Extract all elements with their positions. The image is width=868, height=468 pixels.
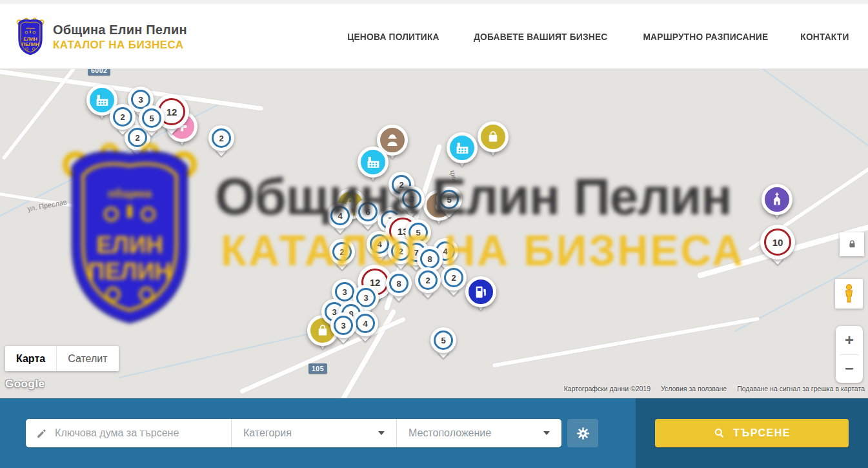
map-road: [492, 317, 760, 368]
cluster-marker[interactable]: 5: [430, 327, 456, 353]
cluster-bubble: 5: [436, 187, 462, 212]
svg-text:ЕЛИН: ЕЛИН: [23, 36, 37, 42]
factory-icon: [358, 147, 389, 178]
cluster-count: 4: [370, 234, 389, 254]
cluster-bubble: 4: [327, 203, 353, 229]
cluster-bubble: 2: [329, 239, 355, 265]
cluster-count: 4: [330, 206, 350, 225]
search-button[interactable]: ТЪРСЕНЕ: [655, 419, 849, 447]
cluster-marker[interactable]: 3: [330, 312, 356, 338]
search-bar-right-panel: ТЪРСЕНЕ: [636, 398, 868, 468]
svg-text:ЕЛИН: ЕЛИН: [96, 232, 163, 258]
factory-pin[interactable]: [447, 132, 478, 163]
cluster-marker[interactable]: 6: [355, 199, 381, 225]
pegman-icon: [840, 283, 858, 304]
cluster-count: 2: [332, 242, 352, 261]
location-select[interactable]: Местоположение: [396, 419, 561, 447]
factory-icon: [447, 132, 478, 163]
cluster-marker[interactable]: 4: [327, 203, 353, 229]
chevron-down-icon: [543, 431, 550, 435]
zoom-out-button[interactable]: −: [836, 355, 863, 383]
fuel-icon: [465, 276, 496, 307]
header: община ЕЛИН ПЕЛИН Община Елин Пелин КАТА…: [0, 0, 868, 69]
watermark-title: Община Елин Пелин: [215, 167, 732, 227]
cluster-count: 8: [389, 274, 409, 293]
svg-text:ПЕЛИН: ПЕЛИН: [22, 41, 39, 47]
cluster-count: 10: [764, 229, 791, 256]
cluster-count: 2: [113, 107, 132, 127]
cluster-marker[interactable]: 2: [208, 125, 234, 151]
cluster-count: 5: [439, 190, 459, 209]
svg-text:ПЕЛИН: ПЕЛИН: [88, 258, 172, 285]
keyword-search-input[interactable]: [55, 427, 223, 439]
advanced-search-button[interactable]: [567, 419, 598, 447]
cluster-count: 2: [444, 268, 463, 287]
cluster-bubble: 8: [386, 270, 412, 296]
cluster-count: 5: [142, 108, 161, 128]
cluster-marker[interactable]: 5: [436, 187, 462, 212]
google-logo[interactable]: Google: [5, 378, 45, 391]
cluster-count: 3: [334, 316, 353, 335]
search-button-label: ТЪРСЕНЕ: [733, 427, 791, 439]
map-stream-line: [119, 329, 327, 378]
map-type-map-button[interactable]: Карта: [5, 346, 56, 371]
svg-text:община: община: [108, 187, 152, 200]
attribution-report-link[interactable]: Подаване на сигнал за грешка в картата: [737, 385, 865, 392]
cluster-marker[interactable]: 8: [386, 270, 412, 296]
fuel-pin[interactable]: [465, 276, 496, 307]
factory-pin[interactable]: [358, 147, 389, 178]
chevron-down-icon: [378, 431, 385, 435]
cluster-marker[interactable]: 2: [441, 265, 467, 290]
street-view-pegman-button[interactable]: [835, 279, 863, 309]
scroll-lock-button[interactable]: [840, 232, 864, 256]
cluster-marker[interactable]: 5: [139, 105, 165, 131]
main-nav: ЦЕНОВА ПОЛИТИКА ДОБАВЕТЕ ВАШИЯТ БИЗНЕС М…: [343, 4, 851, 68]
cluster-count: 2: [418, 270, 438, 290]
map-stream-line: [722, 69, 868, 191]
map-attribution: Картографски данни ©2019 Условия за полз…: [564, 385, 865, 392]
map-type-satellite-button[interactable]: Сателит: [56, 346, 118, 371]
cluster-bubble: 2: [110, 104, 136, 130]
cluster-marker[interactable]: 2: [415, 267, 441, 293]
cluster-bubble: 6: [355, 199, 381, 225]
pencil-icon: [36, 427, 47, 440]
keyword-field-wrap: [26, 419, 231, 447]
cluster-bubble: 2: [388, 238, 414, 264]
nav-pricing-policy[interactable]: ЦЕНОВА ПОЛИТИКА: [347, 31, 439, 42]
cluster-marker[interactable]: 4: [352, 310, 378, 336]
nav-add-your-business[interactable]: ДОБАВЕТЕ ВАШИЯТ БИЗНЕС: [474, 31, 607, 42]
lock-icon: [847, 239, 858, 250]
cluster-bubble: 2: [441, 265, 467, 290]
search-input-group: Категория Местоположение: [26, 419, 561, 447]
cluster-bubble: 2: [415, 267, 441, 293]
cluster-marker[interactable]: 2: [110, 104, 136, 130]
map-type-control: Карта Сателит: [5, 346, 119, 371]
cluster-marker[interactable]: 2: [329, 239, 355, 265]
location-select-label: Местоположение: [409, 427, 491, 439]
municipality-crest-icon: община ЕЛИН ПЕЛИН: [14, 17, 46, 57]
search-bar: Категория Местоположение ТЪРСЕНЕ: [0, 398, 868, 468]
attribution-terms-link[interactable]: Условия за ползване: [661, 385, 727, 392]
cluster-bubble: 10: [760, 225, 795, 259]
bag-pin[interactable]: [478, 121, 509, 152]
brand-logo-link[interactable]: община ЕЛИН ПЕЛИН Община Елин Пелин КАТА…: [14, 17, 187, 57]
church-pin[interactable]: [762, 184, 792, 215]
nav-contacts[interactable]: КОНТАКТИ: [800, 31, 849, 42]
cluster-count: 2: [391, 241, 410, 261]
nav-route-schedule[interactable]: МАРШРУТНО РАЗПИСАНИЕ: [643, 31, 769, 42]
cluster-count: 2: [212, 128, 231, 148]
cluster-bubble: 3: [330, 312, 356, 338]
cluster-bubble: 4: [352, 310, 378, 336]
zoom-in-button[interactable]: +: [836, 326, 863, 354]
cluster-marker[interactable]: 2: [388, 238, 414, 264]
google-map[interactable]: 6002 105 ул. Преслав бул. „Новоселци“ ци…: [0, 69, 868, 398]
category-select[interactable]: Категория: [231, 419, 396, 447]
cluster-marker[interactable]: 10: [760, 225, 795, 259]
cluster-bubble: 2: [208, 125, 234, 151]
zoom-control: + −: [836, 326, 863, 383]
search-icon: [713, 427, 726, 440]
road-number-badge: 6002: [88, 69, 110, 76]
watermark-crest-icon: община ЕЛИН ПЕЛИН: [55, 137, 205, 334]
bag-icon: [478, 121, 509, 152]
cluster-count: 4: [356, 314, 375, 333]
